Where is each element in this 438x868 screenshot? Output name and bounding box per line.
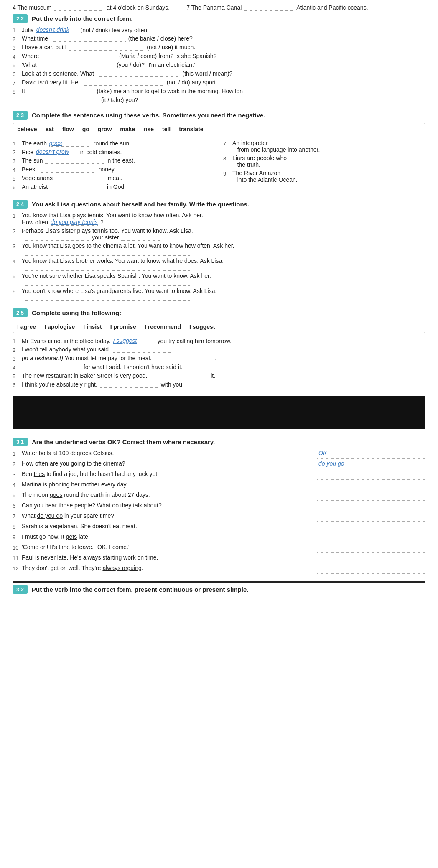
ex31-6-sentence: 6 Can you hear those people? What do the… <box>13 502 310 509</box>
blank-22-3[interactable] <box>69 50 144 51</box>
ex22-item-7: 7 David isn't very fit. He (not / do) an… <box>13 79 425 86</box>
ex31-1-answer: OK <box>317 450 425 459</box>
blank-23-6[interactable] <box>50 190 104 190</box>
ex31-7-sentence: 7 What do you do in your spare time? <box>13 512 310 520</box>
answer-31-3[interactable] <box>317 471 425 480</box>
blank-24-3[interactable] <box>23 255 190 256</box>
word-make: make <box>120 126 135 132</box>
badge-24: 2.4 <box>13 200 28 209</box>
ex31-1-sentence: 1 Water boils at 100 degrees Celsius. <box>13 450 310 457</box>
blank-24-2a[interactable] <box>23 240 89 241</box>
badge-22: 2.2 <box>13 14 28 23</box>
blank-24-2b[interactable] <box>121 240 163 241</box>
blank-22-7[interactable] <box>81 85 164 86</box>
section-22: 2.2 Put the verb into the correct form. … <box>13 14 425 103</box>
answer-25-1[interactable]: I suggest <box>113 337 155 344</box>
answer-31-1[interactable]: OK <box>317 450 425 459</box>
ex24-1: 1 You know that Lisa plays tennis. You w… <box>13 212 425 226</box>
31-grid: 1 Water boils at 100 degrees Celsius. OK… <box>13 450 425 574</box>
blank-23-4[interactable] <box>38 172 96 173</box>
badge-23: 2.3 <box>13 111 28 120</box>
ex31-2-sentence: 2 How often are you going to the cinema? <box>13 460 310 468</box>
answer-31-12[interactable] <box>317 565 425 574</box>
ex31-3-sentence: 3 Ben tries to find a job, but he hasn't… <box>13 471 310 478</box>
blank-22-8[interactable] <box>28 94 94 94</box>
ex23-4: 4 Bees honey. <box>13 166 215 173</box>
ex31-11-sentence: 11 Paul is never late. He's always start… <box>13 554 310 562</box>
section-22-header: 2.2 Put the verb into the correct form. <box>13 14 425 23</box>
ex22-item-1: 1 Julia doesn't drink (not / drink) tea … <box>13 26 425 33</box>
blank-23-8[interactable] <box>289 161 331 161</box>
title-23: Complete the sentences using these verbs… <box>32 112 265 119</box>
col-left-23: 1 The earth goes round the sun. 2 Rice d… <box>13 140 215 192</box>
section-23: 2.3 Complete the sentences using these v… <box>13 111 425 192</box>
answer-31-10[interactable] <box>317 544 425 553</box>
page-separator <box>13 396 425 429</box>
word-flow: flow <box>62 126 74 132</box>
ex22-item-8b: (it / take) you? <box>13 97 425 103</box>
word-promise: I promise <box>110 323 136 330</box>
section-23-header: 2.3 Complete the sentences using these v… <box>13 111 425 120</box>
answer-31-6[interactable] <box>317 502 425 511</box>
word-agree: I agree <box>17 323 36 330</box>
answer-31-9[interactable] <box>317 533 425 542</box>
ex23-3: 3 The sun in the east. <box>13 157 215 164</box>
answer-31-2[interactable]: do you go <box>317 460 425 469</box>
ex31-9-sentence: 9 I must go now. It gets late. <box>13 533 310 541</box>
ex31-5-sentence: 5 The moon goes round the earth in about… <box>13 491 310 499</box>
blank-22-2[interactable] <box>51 41 126 42</box>
ex31-5-answer <box>317 491 425 501</box>
item4-blank[interactable] <box>54 10 104 11</box>
word-go: go <box>82 126 89 132</box>
word-apologise: I apologise <box>44 323 75 330</box>
ex23-1: 1 The earth goes round the sun. <box>13 140 215 147</box>
blank-25-5[interactable] <box>150 379 208 379</box>
ex25-4: 4 for what I said. I shouldn't have said… <box>13 364 425 371</box>
answer-31-7[interactable] <box>317 512 425 522</box>
blank-24-6[interactable] <box>23 300 190 301</box>
item7-blank[interactable] <box>244 10 294 11</box>
word-rise: rise <box>143 126 154 132</box>
top-items-row: 4 The museum at 4 o'clock on Sundays. 7 … <box>13 4 425 11</box>
blank-22-8b[interactable] <box>32 103 99 103</box>
section-31: 3.1 Are the underlined verbs OK? Correct… <box>13 438 425 574</box>
blank-23-7[interactable] <box>270 146 312 146</box>
section-31-header: 3.1 Are the underlined verbs OK? Correct… <box>13 438 425 446</box>
blank-25-4[interactable] <box>23 370 81 370</box>
ex22-item-6: 6 Look at this sentence. What (this word… <box>13 70 425 77</box>
answer-24-1[interactable]: do you play tennis <box>51 219 98 226</box>
answer-31-5[interactable] <box>317 491 425 501</box>
blank-25-3[interactable] <box>154 361 212 361</box>
blank-23-5[interactable] <box>55 181 105 181</box>
answer-31-11[interactable] <box>317 554 425 563</box>
answer-23-2[interactable]: doesn't grow <box>36 148 78 155</box>
blank-25-6[interactable] <box>100 387 158 388</box>
word-eat: eat <box>45 126 53 132</box>
ex31-10-answer <box>317 544 425 553</box>
answer-23-1[interactable]: goes <box>49 140 91 147</box>
blank-24-5[interactable] <box>23 285 190 286</box>
ex23-8: 8 Liars are people who the truth. <box>223 155 425 168</box>
blank-23-3[interactable] <box>45 163 104 164</box>
blank-25-2[interactable] <box>113 352 171 353</box>
page: 4 The museum at 4 o'clock on Sundays. 7 … <box>0 0 438 610</box>
word-recommend: I recommend <box>145 323 181 330</box>
ex31-4-answer <box>317 481 425 490</box>
ex31-7-answer <box>317 512 425 522</box>
answer-31-8[interactable] <box>317 523 425 532</box>
blank-22-5[interactable] <box>39 68 114 68</box>
blank-22-6[interactable] <box>97 76 180 77</box>
blank-22-4[interactable] <box>41 59 117 59</box>
ex31-3-answer <box>317 471 425 480</box>
title-22: Put the verb into the correct form. <box>32 15 133 22</box>
answer-22-1[interactable]: doesn't drink <box>36 26 78 33</box>
title-24: You ask Lisa questions about herself and… <box>32 201 249 208</box>
section-24-header: 2.4 You ask Lisa questions about herself… <box>13 200 425 209</box>
ex25-1: 1 Mr Evans is not in the office today. I… <box>13 337 425 344</box>
exercise-31-grid: 1 Water boils at 100 degrees Celsius. OK… <box>13 450 425 574</box>
answer-31-4[interactable] <box>317 481 425 490</box>
exercise-22-list: 1 Julia doesn't drink (not / drink) tea … <box>13 26 425 103</box>
blank-24-4[interactable] <box>23 270 190 271</box>
blank-23-9[interactable] <box>283 176 316 176</box>
ex31-8-sentence: 8 Sarah is a vegetarian. She doesn't eat… <box>13 523 310 530</box>
